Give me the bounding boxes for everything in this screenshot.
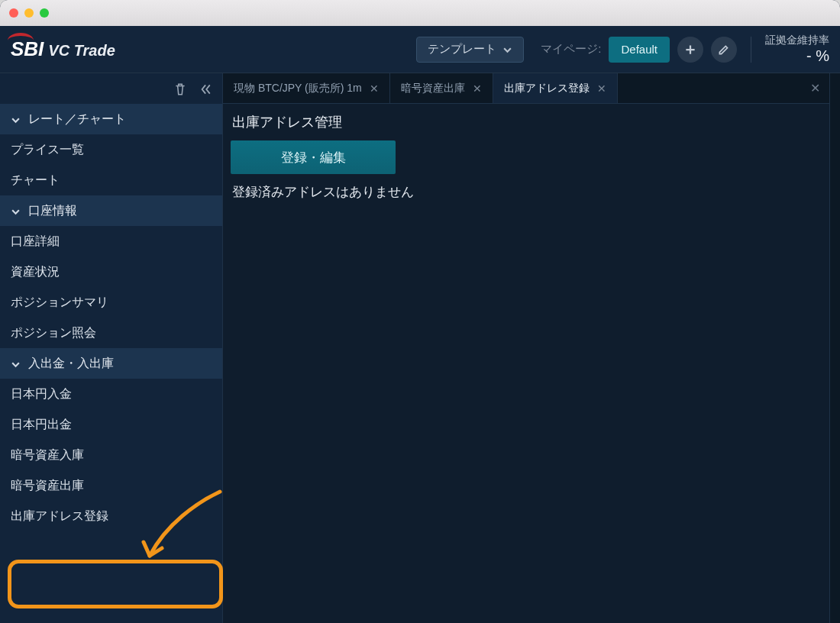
template-label: テンプレート bbox=[428, 42, 496, 56]
window-close-icon[interactable] bbox=[9, 8, 18, 18]
chevron-down-icon bbox=[11, 115, 21, 124]
sidebar-section-account[interactable]: 口座情報 bbox=[0, 195, 222, 226]
window-titlebar bbox=[0, 0, 840, 26]
register-button-label: 登録・編集 bbox=[281, 149, 346, 166]
sidebar-item-label: チャート bbox=[11, 173, 60, 189]
sidebar-item-label: 口座詳細 bbox=[11, 234, 60, 250]
sidebar-item-label: 資産状況 bbox=[11, 264, 60, 280]
app-logo: SBI VC Trade bbox=[11, 37, 115, 61]
sidebar-item-position-summary[interactable]: ポジションサマリ bbox=[0, 287, 222, 318]
logo-brand: SBI bbox=[11, 37, 44, 61]
chevron-down-icon bbox=[11, 206, 21, 216]
sidebar-item-chart[interactable]: チャート bbox=[0, 165, 222, 195]
sidebar-section-label: 口座情報 bbox=[28, 203, 77, 219]
mypage-label: マイページ: bbox=[541, 42, 601, 56]
add-button[interactable] bbox=[677, 37, 703, 63]
window-zoom-icon[interactable] bbox=[40, 8, 49, 18]
tab-label: 暗号資産出庫 bbox=[401, 82, 465, 95]
tab-crypto-withdraw[interactable]: 暗号資産出庫 ✕ bbox=[390, 73, 493, 103]
edit-button[interactable] bbox=[711, 37, 737, 63]
sidebar-section-rate[interactable]: レート／チャート bbox=[0, 104, 222, 134]
sidebar-item-label: プライス一覧 bbox=[11, 142, 84, 158]
trash-icon[interactable] bbox=[173, 82, 187, 96]
main-panel: 現物 BTC/JPY (販売所) 1m ✕ 暗号資産出庫 ✕ 出庫アドレス登録 … bbox=[223, 73, 829, 623]
close-all-tabs-icon[interactable]: ✕ bbox=[810, 81, 820, 95]
sidebar-item-asset-status[interactable]: 資産状況 bbox=[0, 257, 222, 287]
edit-icon bbox=[717, 43, 731, 56]
sidebar-item-label: 日本円入金 bbox=[11, 386, 72, 402]
empty-message: 登録済みアドレスはありません bbox=[228, 183, 825, 201]
app-header: SBI VC Trade テンプレート マイページ: Default bbox=[0, 26, 840, 73]
tab-label: 出庫アドレス登録 bbox=[504, 82, 590, 95]
sidebar-item-label: 暗号資産入庫 bbox=[11, 447, 84, 463]
sidebar-item-price-list[interactable]: プライス一覧 bbox=[0, 134, 222, 165]
sidebar-section-deposit[interactable]: 入出金・入出庫 bbox=[0, 348, 222, 379]
tab-withdraw-address[interactable]: 出庫アドレス登録 ✕ bbox=[493, 73, 618, 103]
window-minimize-icon[interactable] bbox=[24, 8, 34, 18]
plus-icon bbox=[683, 43, 697, 56]
tab-label: 現物 BTC/JPY (販売所) 1m bbox=[234, 82, 362, 95]
tab-btc-jpy[interactable]: 現物 BTC/JPY (販売所) 1m ✕ bbox=[223, 73, 390, 103]
sidebar-item-jpy-deposit[interactable]: 日本円入金 bbox=[0, 379, 222, 409]
sidebar-section-label: 入出金・入出庫 bbox=[28, 356, 114, 372]
chevron-down-icon bbox=[11, 359, 21, 369]
sidebar-item-withdraw-address[interactable]: 出庫アドレス登録 bbox=[0, 501, 222, 531]
register-edit-button[interactable]: 登録・編集 bbox=[231, 140, 396, 174]
sidebar-item-crypto-deposit[interactable]: 暗号資産入庫 bbox=[0, 440, 222, 470]
close-icon[interactable]: ✕ bbox=[597, 82, 606, 95]
close-icon[interactable]: ✕ bbox=[370, 82, 379, 95]
logo-product: VC Trade bbox=[48, 42, 115, 60]
sidebar-section-label: レート／チャート bbox=[28, 111, 126, 128]
sidebar-item-label: 日本円出金 bbox=[11, 417, 72, 433]
panel-title: 出庫アドレス管理 bbox=[228, 113, 825, 140]
close-icon[interactable]: ✕ bbox=[473, 82, 482, 95]
sidebar-item-label: ポジション照会 bbox=[11, 325, 96, 341]
sidebar-item-label: ポジションサマリ bbox=[11, 295, 108, 311]
margin-rate-label: 証拠金維持率 bbox=[765, 34, 829, 47]
divider bbox=[751, 37, 751, 63]
sidebar-item-label: 暗号資産出庫 bbox=[11, 478, 84, 494]
default-label: Default bbox=[621, 43, 657, 56]
sidebar-item-label: 出庫アドレス登録 bbox=[11, 508, 108, 525]
sidebar-item-jpy-withdraw[interactable]: 日本円出金 bbox=[0, 409, 222, 440]
margin-rate-value: - % bbox=[765, 47, 829, 65]
sidebar: レート／チャート プライス一覧 チャート 口座情報 口座詳細 資産状況 ポジショ… bbox=[0, 73, 223, 623]
mypage-default-button[interactable]: Default bbox=[609, 37, 670, 63]
sidebar-item-position-inquiry[interactable]: ポジション照会 bbox=[0, 318, 222, 348]
sidebar-item-crypto-withdraw[interactable]: 暗号資産出庫 bbox=[0, 470, 222, 501]
right-strip bbox=[829, 73, 840, 623]
tab-bar: 現物 BTC/JPY (販売所) 1m ✕ 暗号資産出庫 ✕ 出庫アドレス登録 … bbox=[223, 73, 829, 104]
template-dropdown[interactable]: テンプレート bbox=[416, 37, 524, 63]
margin-rate: 証拠金維持率 - % bbox=[765, 34, 829, 65]
chevron-down-icon bbox=[502, 44, 512, 54]
sidebar-item-account-detail[interactable]: 口座詳細 bbox=[0, 226, 222, 257]
collapse-sidebar-icon[interactable] bbox=[198, 82, 212, 96]
